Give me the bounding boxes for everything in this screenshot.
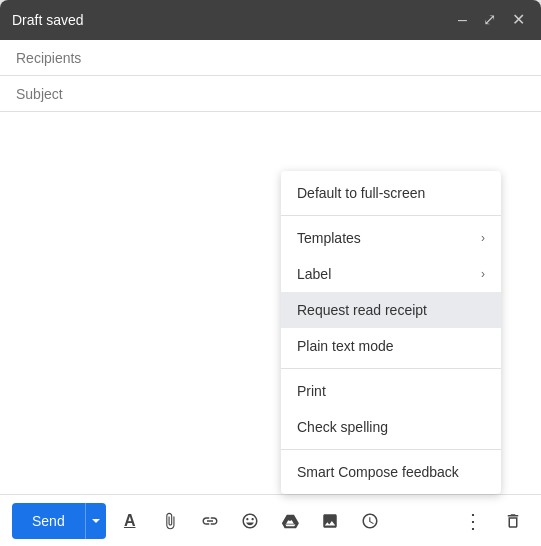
- delete-button[interactable]: [497, 505, 529, 537]
- submenu-arrow-icon: ›: [481, 267, 485, 281]
- photo-button[interactable]: [314, 505, 346, 537]
- link-button[interactable]: [194, 505, 226, 537]
- submenu-arrow-icon: ›: [481, 231, 485, 245]
- menu-item-read-receipt[interactable]: Request read receipt: [281, 292, 501, 328]
- compose-footer: Send A ⋮: [0, 494, 541, 546]
- header-actions: – ⤢ ✕: [454, 10, 529, 30]
- menu-item-smart-compose[interactable]: Smart Compose feedback: [281, 454, 501, 490]
- menu-item-label: Templates: [297, 230, 361, 246]
- clock-icon: [361, 512, 379, 530]
- menu-item-default-fullscreen[interactable]: Default to full-screen: [281, 175, 501, 211]
- menu-item-plain-text[interactable]: Plain text mode: [281, 328, 501, 364]
- close-button[interactable]: ✕: [508, 10, 529, 30]
- expand-button[interactable]: ⤢: [479, 10, 500, 30]
- send-dropdown-button[interactable]: [85, 503, 106, 539]
- more-options-icon: ⋮: [463, 509, 483, 533]
- recipients-label: Recipients: [16, 50, 81, 66]
- menu-item-print[interactable]: Print: [281, 373, 501, 409]
- emoji-button[interactable]: [234, 505, 266, 537]
- chevron-down-icon: [92, 519, 100, 523]
- emoji-icon: [241, 512, 259, 530]
- menu-item-label: Plain text mode: [297, 338, 394, 354]
- drive-button[interactable]: [274, 505, 306, 537]
- menu-item-label[interactable]: Label ›: [281, 256, 501, 292]
- menu-item-check-spelling[interactable]: Check spelling: [281, 409, 501, 445]
- menu-item-templates[interactable]: Templates ›: [281, 220, 501, 256]
- menu-item-label: Check spelling: [297, 419, 388, 435]
- clock-button[interactable]: [354, 505, 386, 537]
- menu-item-label: Default to full-screen: [297, 185, 425, 201]
- send-button-group: Send: [12, 503, 106, 539]
- menu-divider-3: [281, 449, 501, 450]
- menu-item-label: Smart Compose feedback: [297, 464, 459, 480]
- menu-item-label: Print: [297, 383, 326, 399]
- context-menu: Default to full-screen Templates › Label…: [281, 171, 501, 494]
- link-icon: [201, 512, 219, 530]
- more-options-button[interactable]: ⋮: [457, 505, 489, 537]
- draft-status: Draft saved: [12, 12, 84, 28]
- compose-header: Draft saved – ⤢ ✕: [0, 0, 541, 40]
- subject-field[interactable]: Subject: [0, 76, 541, 112]
- compose-window: Draft saved – ⤢ ✕ Recipients Subject Sen…: [0, 0, 541, 546]
- menu-item-label: Request read receipt: [297, 302, 427, 318]
- attachment-button[interactable]: [154, 505, 186, 537]
- minimize-button[interactable]: –: [454, 10, 471, 30]
- formatting-icon: A: [124, 512, 136, 530]
- menu-divider-2: [281, 368, 501, 369]
- subject-label: Subject: [16, 86, 63, 102]
- delete-icon: [504, 512, 522, 530]
- menu-divider-1: [281, 215, 501, 216]
- paperclip-icon: [161, 512, 179, 530]
- photo-icon: [321, 512, 339, 530]
- send-button[interactable]: Send: [12, 503, 85, 539]
- menu-item-label: Label: [297, 266, 331, 282]
- formatting-button[interactable]: A: [114, 505, 146, 537]
- drive-icon: [281, 512, 299, 530]
- recipients-field[interactable]: Recipients: [0, 40, 541, 76]
